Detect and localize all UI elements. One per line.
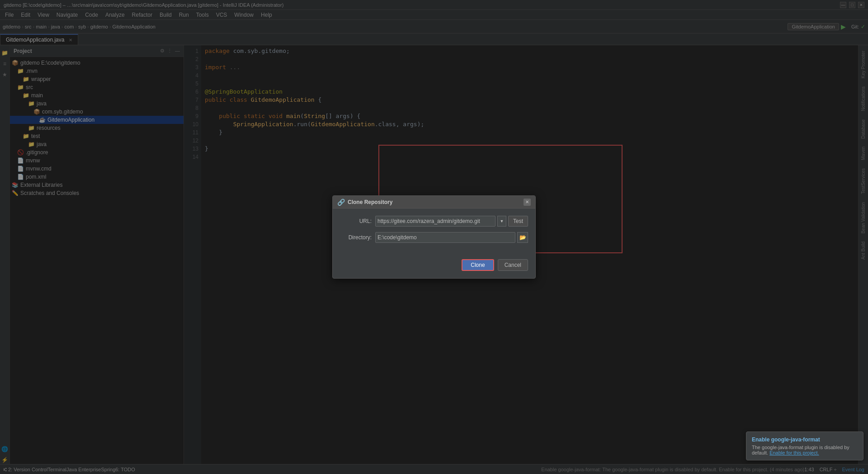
notification-popup: Enable google-java-format The google-jav… [746,431,863,460]
clone-button[interactable]: Clone [462,259,494,271]
dir-input-wrapper: 📂 [375,232,528,243]
dir-input[interactable] [375,232,515,243]
url-dropdown-button[interactable]: ▼ [497,216,506,227]
dialog-overlay: 🔗 Clone Repository ✕ URL: ▼ Test Directo… [0,0,868,474]
dialog-close-button[interactable]: ✕ [524,199,531,206]
test-button[interactable]: Test [508,216,528,227]
dialog-footer: Clone Cancel [333,256,535,278]
clone-repository-dialog: 🔗 Clone Repository ✕ URL: ▼ Test Directo… [332,195,536,279]
browse-dir-button[interactable]: 📂 [517,232,528,243]
dir-row: Directory: 📂 [340,232,528,243]
dialog-title: Clone Repository [348,199,524,205]
dir-label: Directory: [340,234,372,241]
url-input[interactable] [375,216,495,227]
cancel-button[interactable]: Cancel [498,259,528,271]
url-label: URL: [340,218,372,224]
dialog-body: URL: ▼ Test Directory: 📂 [333,209,535,256]
notification-body: The google-java-format plugin is disable… [752,445,858,455]
url-row: URL: ▼ Test [340,216,528,227]
notification-link[interactable]: Enable for this project. [769,450,819,455]
notification-title: Enable google-java-format [752,436,858,443]
dialog-title-bar: 🔗 Clone Repository ✕ [333,196,535,209]
url-input-wrapper: ▼ Test [375,216,528,227]
